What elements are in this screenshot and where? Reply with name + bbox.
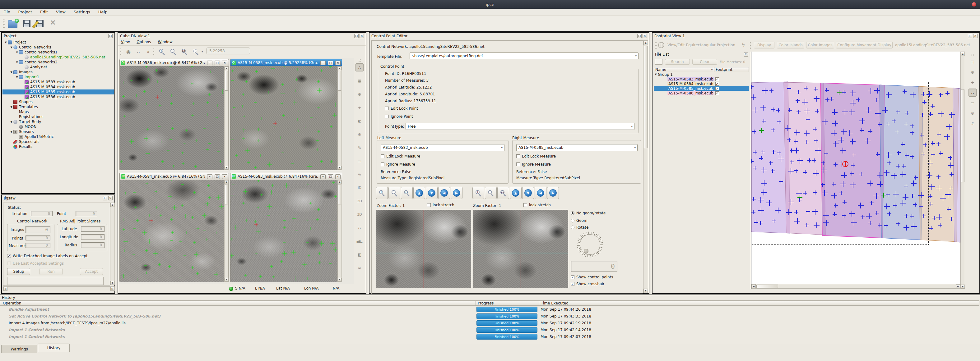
chevron-down-icon[interactable]: ▾: [202, 50, 203, 53]
footprint-checkbox[interactable]: ✓: [715, 91, 719, 95]
save-project-as-icon[interactable]: [36, 20, 43, 27]
minimize-icon[interactable]: –: [320, 60, 326, 65]
histogram-icon[interactable]: ▄▆▂: [355, 237, 364, 245]
id-tool-icon[interactable]: ID: [355, 184, 364, 192]
file-search-input[interactable]: [655, 59, 662, 65]
pan-right-button[interactable]: ▶: [451, 187, 463, 199]
ignore-point-checkbox[interactable]: Ignore Point: [385, 114, 413, 119]
zoom-tool-icon[interactable]: ⊕: [969, 68, 977, 76]
history-row[interactable]: Import 1 Control NetworksFinished 100%Mo…: [0, 327, 980, 334]
cube-window[interactable]: QtAS15-M-0584_msk.ecub @ 6.84716% (Gra..…: [119, 173, 229, 282]
toolbar-grip[interactable]: [358, 59, 361, 62]
plot-2d-icon[interactable]: 2D: [355, 197, 364, 205]
statistics-icon[interactable]: ◧: [355, 250, 364, 258]
toolbar-grip[interactable]: [749, 42, 751, 49]
projection-toolbutton[interactable]: View/Edit Equirectangular Projection: [667, 43, 735, 47]
overflow-chevron-icon[interactable]: »: [144, 48, 153, 55]
float-icon[interactable]: ⊡: [968, 34, 972, 38]
file-list-row[interactable]: AS15-M-0586_msk.ecub✓: [654, 91, 749, 95]
menu-project[interactable]: Project: [15, 9, 36, 15]
float-icon[interactable]: ⊡: [103, 196, 107, 200]
rectangle-tool-icon[interactable]: ▭: [969, 99, 977, 107]
zoom-actual-button[interactable]: 1:1: [179, 47, 190, 57]
maximize-icon[interactable]: □: [328, 174, 333, 179]
expander-icon[interactable]: ▼: [10, 130, 13, 133]
cube-vscrollbar[interactable]: ▲▼: [224, 66, 229, 170]
find-tool-icon[interactable]: ⊙: [355, 130, 364, 138]
right-lock-stretch-checkbox[interactable]: lock stretch: [523, 203, 551, 207]
tree-item[interactable]: ▼controlNetworks1: [3, 50, 114, 55]
color-islands-button[interactable]: Color Islands: [777, 42, 804, 49]
jigsaw-vscrollbar[interactable]: ▲ ▼: [110, 203, 115, 285]
expander-icon[interactable]: ▼: [10, 46, 13, 49]
cube-window-titlebar[interactable]: QtAS15-M-0585_msk.ecub @ 5.29258% (Gra..…: [231, 59, 342, 66]
dial-knob[interactable]: [584, 249, 589, 253]
tree-item[interactable]: AS15-M-0586_msk.ecub: [3, 95, 114, 100]
expander-icon[interactable]: ▼: [10, 71, 13, 74]
zoom-out-button[interactable]: −: [168, 47, 178, 57]
pan-up-button[interactable]: ▲: [413, 187, 425, 199]
operation-column-header[interactable]: Operation: [0, 301, 21, 306]
cpe-vscrollbar[interactable]: ▲ ▼: [643, 40, 648, 293]
right-measure-cube-combo[interactable]: AS15-M-0585_msk.ecub: [516, 144, 638, 151]
tree-item[interactable]: ▼import1: [3, 74, 114, 79]
rotation-dial[interactable]: [577, 231, 603, 258]
write-detached-checkbox[interactable]: Write Detached Image Labels on Accept: [7, 254, 88, 258]
zoom-out-button[interactable]: −: [388, 187, 400, 199]
footprint-checkbox[interactable]: ✓: [715, 87, 719, 90]
history-row[interactable]: Import 1 Control NetworksFinished 100%Mo…: [0, 334, 980, 340]
zoom-out-button[interactable]: −: [485, 187, 497, 199]
band-selection-icon[interactable]: ▦: [355, 77, 364, 85]
close-icon[interactable]: ×: [643, 34, 647, 38]
toolbar-grip[interactable]: [654, 42, 657, 49]
file-list-row[interactable]: AS15-M-0584_msk.ecub✓: [654, 81, 749, 86]
right-ignore-checkbox[interactable]: Ignore Measure: [516, 162, 551, 166]
tree-item[interactable]: ▼controlNetworks2: [3, 60, 114, 65]
toolbar-grip[interactable]: [153, 48, 154, 55]
jigsaw-titlebar[interactable]: Jigsaw ⊡×: [2, 195, 115, 201]
zoom-value-input[interactable]: [207, 48, 250, 54]
footprint-column-header[interactable]: Footprint: [714, 67, 749, 72]
color-images-button[interactable]: Color Images: [806, 42, 834, 49]
left-ignore-checkbox[interactable]: Ignore Measure: [381, 162, 415, 166]
cube-vscrollbar[interactable]: ▲▼: [224, 180, 229, 282]
menu-help[interactable]: Help: [95, 9, 111, 15]
pan-tool-icon[interactable]: +: [969, 78, 977, 86]
cube-menu-window[interactable]: Window: [155, 39, 175, 45]
left-measure-cube-combo[interactable]: AS15-M-0583_msk.ecub: [381, 144, 504, 151]
save-project-icon[interactable]: [23, 20, 30, 27]
cube-menu-options[interactable]: Options: [134, 39, 154, 45]
menu-file[interactable]: File: [0, 9, 14, 15]
grid-tool-icon[interactable]: #: [969, 119, 977, 127]
show-crosshair-checkbox[interactable]: Show crosshair: [571, 282, 605, 286]
footprint-checkbox[interactable]: ✓: [715, 82, 719, 86]
project-panel-titlebar[interactable]: Project ⊡: [2, 33, 115, 39]
close-icon[interactable]: ×: [335, 174, 340, 179]
cube-vscrollbar[interactable]: ▲▼: [337, 66, 342, 170]
name-column-header[interactable]: Name ▾: [654, 67, 714, 72]
tree-item[interactable]: ▼Control Networks: [3, 45, 114, 50]
tree-item[interactable]: ▼Project: [3, 40, 114, 45]
cube-dn-view-titlebar[interactable]: Cube DN View 1 ⊡×: [118, 33, 366, 39]
search-button[interactable]: Search: [665, 59, 690, 65]
close-icon[interactable]: ×: [108, 196, 113, 200]
tree-item[interactable]: MOON: [3, 124, 114, 129]
zoom-in-button[interactable]: +: [376, 187, 388, 199]
scatter-plot-icon[interactable]: ∷: [355, 224, 364, 232]
float-icon[interactable]: ⊡: [637, 34, 642, 38]
use-last-settings-checkbox[interactable]: Use Last Accepted Settings: [7, 261, 64, 266]
expander-icon[interactable]: ▼: [15, 76, 19, 79]
tree-item[interactable]: AS15-M-0584_msk.ecub: [3, 84, 114, 89]
zoom-in-button[interactable]: +: [473, 187, 484, 199]
maximize-icon[interactable]: □: [215, 60, 220, 65]
time-column-header[interactable]: Time Executed: [541, 301, 568, 306]
tree-item[interactable]: ▼Templates: [3, 104, 114, 109]
pan-up-button[interactable]: ▲: [510, 187, 522, 199]
find-tool-icon[interactable]: ⊙: [969, 109, 977, 117]
spatial-profile-icon[interactable]: ∿: [355, 170, 364, 178]
configure-movement-button[interactable]: Configure Movement Display: [836, 42, 892, 49]
accept-button[interactable]: Accept: [80, 268, 103, 275]
clear-button[interactable]: Clear: [692, 59, 717, 65]
close-icon[interactable]: ×: [360, 34, 364, 38]
tree-item[interactable]: 4only.net: [3, 65, 114, 70]
